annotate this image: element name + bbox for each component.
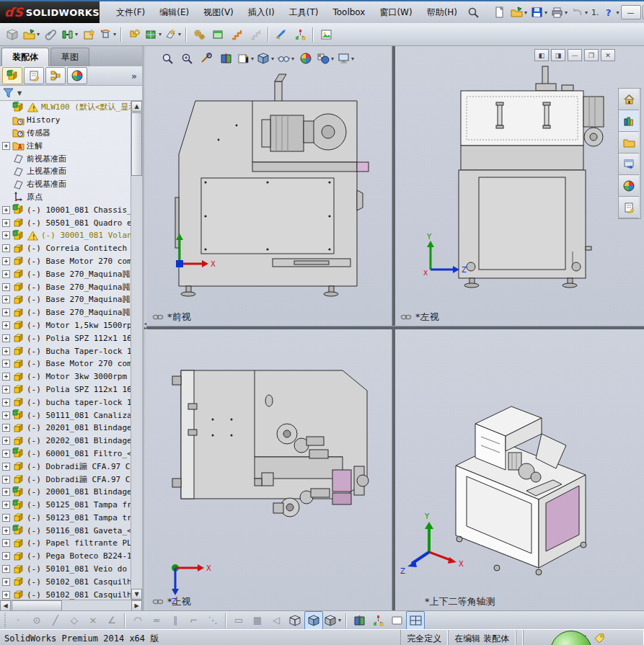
viewport-left[interactable]: Y Z X *左视 [394,46,644,326]
menu-工具[interactable]: 工具(T) [283,4,325,21]
expand-plus-icon[interactable] [2,463,10,471]
expand-plus-icon[interactable] [2,373,10,381]
expand-plus-icon[interactable] [2,424,10,432]
expand-plus-icon[interactable] [2,334,10,342]
expand-plus-icon[interactable] [2,552,10,560]
corner-tool[interactable]: ⌐ [185,611,203,630]
previous-view-button[interactable] [197,49,216,68]
new-document-button[interactable] [490,3,508,22]
expand-plus-icon[interactable] [2,450,10,458]
assembly-features-button[interactable] [190,25,208,44]
tab-sketch[interactable]: 草图 [50,48,89,66]
tree-item[interactable]: (-) 50501_081 Quadro el [0,216,132,229]
dropdown-caret-icon[interactable]: ▾ [544,9,547,16]
save-button[interactable]: ▾ [529,3,549,22]
dropdown-caret-icon[interactable]: ▾ [271,55,274,62]
section-display-button[interactable] [350,611,369,630]
shaded-display-button[interactable] [304,611,323,630]
circle-tool[interactable]: ⊙ [27,611,46,630]
insert-from-file-button[interactable]: ▾ [22,25,41,44]
tree-item[interactable]: 原点 [0,191,132,204]
configurationmanager-tab[interactable] [45,67,66,84]
expand-plus-icon[interactable] [2,244,10,252]
interference-detection-button[interactable] [272,25,291,44]
display-style-button[interactable]: ▾ [256,49,275,68]
expand-plus-icon[interactable] [2,295,10,303]
dropdown-caret-icon[interactable]: ▾ [251,55,254,62]
dropdown-caret-icon[interactable]: ▾ [565,9,568,16]
tree-item[interactable]: (-) 50123_081 Tampa tra [0,512,132,525]
dropdown-caret-icon[interactable]: ▾ [338,617,341,623]
dropdown-caret-icon[interactable]: ▾ [113,31,116,37]
offset-tool[interactable]: ∥ [166,611,185,630]
tree-item[interactable]: (-) 50111_081 Canaliza扎 [0,409,132,422]
undo-button[interactable]: ▾ [570,3,589,22]
tree-item[interactable]: (-) 20001_081 Blindagem [0,486,132,499]
tree-item[interactable]: (-) 60001_081 Filtro_<1 [0,448,132,461]
tree-item[interactable]: 右视基准面 [0,178,132,191]
dropdown-caret-icon[interactable]: ▾ [524,9,527,16]
expand-plus-icon[interactable] [2,412,10,419]
dropdown-caret-icon[interactable]: ▾ [351,55,354,62]
viewport-isometric[interactable]: Y X Z *上下二等角轴测 [394,329,644,610]
menu-视图[interactable]: 视图(V) [197,4,240,21]
tree-root[interactable]: !MLW100 (默认<默认_显示状 [0,101,132,114]
tree-item[interactable]: A注解 [0,139,132,152]
filter-icon[interactable] [2,87,14,99]
tree-item[interactable]: (-) Base 270_Maquina嘂 [0,267,132,280]
menu-Toolbox[interactable]: Toolbox [326,5,371,19]
tree-item[interactable]: (-) Correia Contitech X [0,242,132,255]
construction-tool[interactable]: ⋱ [203,611,222,630]
tree-item[interactable]: (-) 50102_081 Casquilho [0,588,132,600]
tree-item[interactable]: (-) 50101_081 Veio do r [0,563,132,576]
wireframe-display-button[interactable] [286,611,304,630]
propertymanager-tab[interactable] [24,67,44,84]
viewport-top[interactable]: X Z *上视 [146,329,392,610]
expand-plus-icon[interactable] [2,206,10,214]
viewport-front[interactable]: X *前视 [146,46,392,326]
assembly-xpert-button[interactable] [291,25,309,44]
dropdown-caret-icon[interactable]: ▾ [331,55,334,62]
tree-item[interactable]: (-) 50125_081 Tampa fro [0,499,132,512]
expand-plus-icon[interactable] [2,142,10,150]
tree-item[interactable]: !(-) 30001_081 Volant [0,229,132,242]
insert-component-button[interactable] [3,25,22,44]
expand-plus-icon[interactable] [2,437,10,445]
arc-tool[interactable]: ◠ [128,611,147,630]
move-with-triad-button[interactable] [125,25,144,44]
print-button[interactable]: ▾ [550,3,569,22]
tree-item[interactable]: (-) Dobradi蹦 CFA.97 CH [0,473,132,486]
display-mode-button[interactable]: ▾ [323,611,343,630]
tree-item[interactable]: (-) Motor 1,5kw 1500rpm [0,319,132,332]
minimize-button[interactable]: — [621,5,641,19]
scroll-thumb-h[interactable] [12,600,62,611]
apply-scene-button[interactable]: ▾ [316,49,335,68]
trim-tool[interactable]: × [84,611,102,630]
tree-item[interactable]: (-) 50116_081 Gaveta_<1 [0,524,132,537]
custom-properties-tab[interactable] [619,197,639,218]
expand-plus-icon[interactable] [2,488,10,496]
tree-horizontal-scrollbar[interactable]: ◀ ▶ [0,600,142,611]
tree-item[interactable]: 上视基准面 [0,165,132,178]
expand-plus-icon[interactable] [2,591,10,599]
tree-item[interactable]: 前视基准面 [0,152,132,165]
tree-item[interactable]: History [0,114,132,127]
angle-tool[interactable]: ∠ [102,611,121,630]
scroll-up-icon[interactable]: ▲ [131,101,142,112]
split-right-button[interactable]: ◨ [551,49,565,61]
tree-item[interactable]: (-) 20201_081 Blindagem [0,422,132,435]
tree-item[interactable]: (-) 20202_081 Blindagem [0,435,132,448]
appearances-scenes-tab[interactable] [619,175,639,197]
tree-item[interactable]: (-) Base 270_Maquina嘂 [0,293,132,306]
file-explorer-tab[interactable] [619,132,639,154]
expand-plus-icon[interactable] [2,231,10,239]
tree-item[interactable]: (-) Dobradi蹦 CFA.97 CH [0,460,132,473]
child-restore-button[interactable]: ❐ [584,49,599,61]
tree-item[interactable]: (-) Pega Boteco B224-11 [0,550,132,563]
spline-tool[interactable]: ≈ [147,611,166,630]
tree-item[interactable]: (-) Motor 3kw 3000rpm ( [0,370,132,383]
slot-tool[interactable]: ▭ [229,611,248,630]
tree-item[interactable]: (-) Polia SPZ 112x1 161 [0,332,132,344]
solidworks-resources-tab[interactable] [619,89,639,110]
exploded-view-button[interactable] [227,25,246,44]
